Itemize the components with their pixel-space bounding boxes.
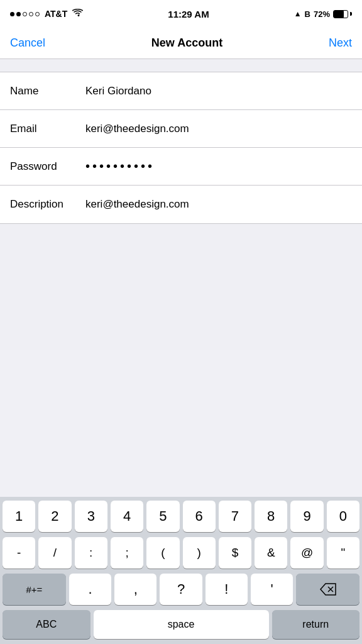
key-semicolon[interactable]: ; <box>111 537 143 569</box>
signal-dot-3 <box>23 12 27 16</box>
key-apostrophe[interactable]: ' <box>251 574 293 605</box>
name-label: Name <box>10 85 85 97</box>
email-row[interactable]: Email keri@theedesign.com <box>0 110 362 148</box>
key-8[interactable]: 8 <box>255 501 287 532</box>
key-4[interactable]: 4 <box>111 501 143 532</box>
wifi-icon <box>72 9 83 19</box>
keyboard-row-bottom: ABC space return <box>0 606 362 644</box>
name-value[interactable]: Keri Giordano <box>85 85 352 97</box>
signal-dot-5 <box>35 12 40 16</box>
cancel-button[interactable]: Cancel <box>10 36 45 50</box>
description-value[interactable]: keri@theedesign.com <box>85 198 352 211</box>
signal-dot-2 <box>16 12 21 16</box>
form-container: Name Keri Giordano Email keri@theedesign… <box>0 72 362 224</box>
key-close-paren[interactable]: ) <box>183 537 216 569</box>
key-6[interactable]: 6 <box>183 501 216 532</box>
key-0[interactable]: 0 <box>327 501 359 532</box>
email-value[interactable]: keri@theedesign.com <box>85 123 352 135</box>
key-quote[interactable]: " <box>327 537 359 569</box>
key-dollar[interactable]: $ <box>219 537 251 569</box>
nav-bar: Cancel New Account Next <box>0 28 362 59</box>
key-at[interactable]: @ <box>290 537 323 569</box>
key-7[interactable]: 7 <box>219 501 251 532</box>
key-question[interactable]: ? <box>160 574 202 605</box>
key-comma[interactable]: , <box>114 574 156 605</box>
key-hashplus[interactable]: #+= <box>3 574 66 605</box>
keyboard-row-symbols: - / : ; ( ) $ & @ " <box>0 533 362 570</box>
key-2[interactable]: 2 <box>38 501 71 532</box>
page-title: New Account <box>151 36 222 50</box>
key-backspace[interactable] <box>296 574 359 605</box>
description-row[interactable]: Description keri@theedesign.com <box>0 186 362 223</box>
key-space[interactable]: space <box>94 610 269 639</box>
key-dash[interactable]: - <box>3 537 35 569</box>
status-time: 11:29 AM <box>168 9 209 19</box>
password-label: Password <box>10 160 85 173</box>
key-open-paren[interactable]: ( <box>146 537 179 569</box>
key-period[interactable]: . <box>69 574 111 605</box>
status-right: ▲ B 72% <box>294 9 352 19</box>
description-label: Description <box>10 198 85 211</box>
battery-percent: 72% <box>314 9 330 19</box>
battery-icon <box>333 10 352 18</box>
empty-area <box>0 224 362 350</box>
key-5[interactable]: 5 <box>146 501 179 532</box>
status-left: AT&T <box>10 9 83 19</box>
signal-dots <box>10 12 40 16</box>
password-value[interactable]: •••••••••• <box>85 159 352 174</box>
email-label: Email <box>10 123 85 135</box>
keyboard-row-special: #+= . , ? ! ' <box>0 570 362 606</box>
bluetooth-icon: B <box>305 9 310 19</box>
key-exclamation[interactable]: ! <box>206 574 248 605</box>
key-slash[interactable]: / <box>38 537 71 569</box>
signal-dot-4 <box>29 12 33 16</box>
next-button[interactable]: Next <box>329 36 352 50</box>
carrier-label: AT&T <box>45 9 67 19</box>
name-row[interactable]: Name Keri Giordano <box>0 72 362 110</box>
keyboard-row-numbers: 1 2 3 4 5 6 7 8 9 0 <box>0 497 362 533</box>
password-row[interactable]: Password •••••••••• <box>0 148 362 186</box>
key-abc[interactable]: ABC <box>3 610 90 639</box>
key-9[interactable]: 9 <box>290 501 323 532</box>
location-icon: ▲ <box>294 9 302 18</box>
key-1[interactable]: 1 <box>3 501 35 532</box>
key-return[interactable]: return <box>272 610 360 639</box>
keyboard: 1 2 3 4 5 6 7 8 9 0 - / : ; ( ) $ & @ " … <box>0 497 362 644</box>
key-3[interactable]: 3 <box>75 501 107 532</box>
key-colon[interactable]: : <box>75 537 107 569</box>
nav-separator <box>0 59 362 72</box>
key-ampersand[interactable]: & <box>255 537 287 569</box>
status-bar: AT&T 11:29 AM ▲ B 72% <box>0 0 362 28</box>
signal-dot-1 <box>10 12 14 16</box>
